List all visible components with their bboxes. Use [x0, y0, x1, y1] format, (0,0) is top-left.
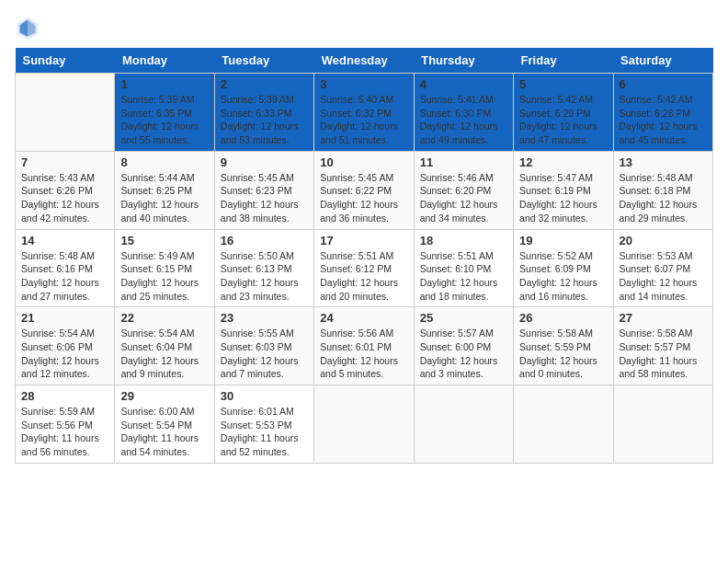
date-number: 26	[519, 311, 607, 325]
cell-info: Sunrise: 5:58 AMSunset: 5:57 PMDaylight:…	[620, 327, 707, 381]
calendar-cell: 25 Sunrise: 5:57 AMSunset: 6:00 PMDaylig…	[414, 307, 513, 385]
date-number: 3	[320, 77, 407, 91]
date-number: 10	[320, 155, 407, 169]
calendar-cell: 11 Sunrise: 5:46 AMSunset: 6:20 PMDaylig…	[414, 151, 513, 229]
calendar-cell: 13 Sunrise: 5:48 AMSunset: 6:18 PMDaylig…	[613, 151, 712, 229]
calendar-cell: 21 Sunrise: 5:54 AMSunset: 6:06 PMDaylig…	[16, 307, 115, 385]
cell-info: Sunrise: 5:48 AMSunset: 6:16 PMDaylight:…	[21, 249, 108, 304]
logo-icon	[15, 15, 40, 40]
cell-info: Sunrise: 5:57 AMSunset: 6:00 PMDaylight:…	[420, 327, 507, 381]
date-number: 30	[221, 389, 308, 403]
page-header	[15, 15, 713, 40]
day-header-wednesday: Wednesday	[314, 48, 414, 74]
calendar-cell	[314, 385, 414, 464]
calendar-cell: 14 Sunrise: 5:48 AMSunset: 6:16 PMDaylig…	[16, 229, 115, 307]
cell-info: Sunrise: 5:51 AMSunset: 6:12 PMDaylight:…	[320, 249, 407, 304]
calendar-cell	[514, 385, 613, 464]
date-number: 18	[420, 234, 507, 247]
cell-info: Sunrise: 5:58 AMSunset: 5:59 PMDaylight:…	[519, 327, 607, 381]
date-number: 19	[519, 234, 607, 247]
calendar-cell: 23 Sunrise: 5:55 AMSunset: 6:03 PMDaylig…	[214, 307, 313, 385]
day-header-sunday: Sunday	[16, 48, 115, 74]
calendar-cell: 1 Sunrise: 5:39 AMSunset: 6:35 PMDayligh…	[115, 74, 214, 152]
calendar-cell: 30 Sunrise: 6:01 AMSunset: 5:53 PMDaylig…	[214, 385, 313, 464]
date-number: 24	[320, 311, 407, 325]
cell-info: Sunrise: 5:47 AMSunset: 6:19 PMDaylight:…	[519, 171, 607, 225]
date-number: 6	[620, 77, 707, 91]
date-number: 27	[620, 311, 707, 325]
cell-info: Sunrise: 5:40 AMSunset: 6:32 PMDaylight:…	[320, 93, 407, 147]
cell-info: Sunrise: 6:00 AMSunset: 5:54 PMDaylight:…	[120, 405, 208, 459]
logo	[15, 15, 48, 40]
cell-info: Sunrise: 5:39 AMSunset: 6:35 PMDaylight:…	[120, 93, 208, 147]
date-number: 21	[21, 311, 108, 325]
date-number: 11	[420, 155, 507, 169]
cell-info: Sunrise: 6:01 AMSunset: 5:53 PMDaylight:…	[221, 405, 308, 459]
calendar-cell: 17 Sunrise: 5:51 AMSunset: 6:12 PMDaylig…	[314, 229, 414, 307]
week-row-5: 28 Sunrise: 5:59 AMSunset: 5:56 PMDaylig…	[16, 385, 713, 464]
calendar-cell: 5 Sunrise: 5:42 AMSunset: 6:29 PMDayligh…	[514, 74, 613, 152]
day-header-saturday: Saturday	[613, 48, 712, 74]
date-number: 5	[519, 77, 607, 91]
cell-info: Sunrise: 5:54 AMSunset: 6:04 PMDaylight:…	[120, 327, 208, 381]
cell-info: Sunrise: 5:56 AMSunset: 6:01 PMDaylight:…	[320, 327, 407, 381]
date-number: 12	[519, 155, 607, 169]
cell-info: Sunrise: 5:43 AMSunset: 6:26 PMDaylight:…	[21, 171, 108, 225]
calendar-cell: 3 Sunrise: 5:40 AMSunset: 6:32 PMDayligh…	[314, 74, 414, 152]
calendar-cell: 8 Sunrise: 5:44 AMSunset: 6:25 PMDayligh…	[115, 151, 214, 229]
day-header-friday: Friday	[514, 48, 613, 74]
date-number: 23	[221, 311, 308, 325]
date-number: 2	[221, 77, 308, 91]
cell-info: Sunrise: 5:49 AMSunset: 6:15 PMDaylight:…	[120, 249, 208, 304]
calendar-cell: 19 Sunrise: 5:52 AMSunset: 6:09 PMDaylig…	[514, 229, 613, 307]
date-number: 29	[120, 389, 208, 403]
calendar-cell: 20 Sunrise: 5:53 AMSunset: 6:07 PMDaylig…	[613, 229, 712, 307]
calendar-cell	[16, 74, 115, 152]
calendar-cell: 18 Sunrise: 5:51 AMSunset: 6:10 PMDaylig…	[414, 229, 513, 307]
calendar-cell: 29 Sunrise: 6:00 AMSunset: 5:54 PMDaylig…	[115, 385, 214, 464]
cell-info: Sunrise: 5:59 AMSunset: 5:56 PMDaylight:…	[21, 405, 108, 459]
cell-info: Sunrise: 5:42 AMSunset: 6:28 PMDaylight:…	[620, 93, 707, 147]
date-number: 15	[120, 234, 208, 247]
calendar-cell: 7 Sunrise: 5:43 AMSunset: 6:26 PMDayligh…	[16, 151, 115, 229]
date-number: 9	[221, 155, 308, 169]
date-number: 28	[21, 389, 108, 403]
week-row-2: 7 Sunrise: 5:43 AMSunset: 6:26 PMDayligh…	[16, 151, 713, 229]
calendar-cell: 4 Sunrise: 5:41 AMSunset: 6:30 PMDayligh…	[414, 74, 513, 152]
header-row: SundayMondayTuesdayWednesdayThursdayFrid…	[16, 48, 713, 74]
day-header-monday: Monday	[115, 48, 214, 74]
day-header-thursday: Thursday	[414, 48, 513, 74]
cell-info: Sunrise: 5:39 AMSunset: 6:33 PMDaylight:…	[221, 93, 308, 147]
date-number: 13	[620, 155, 707, 169]
calendar-cell: 10 Sunrise: 5:45 AMSunset: 6:22 PMDaylig…	[314, 151, 414, 229]
cell-info: Sunrise: 5:54 AMSunset: 6:06 PMDaylight:…	[21, 327, 108, 381]
calendar-cell: 22 Sunrise: 5:54 AMSunset: 6:04 PMDaylig…	[115, 307, 214, 385]
cell-info: Sunrise: 5:45 AMSunset: 6:23 PMDaylight:…	[221, 171, 308, 225]
date-number: 16	[221, 234, 308, 247]
cell-info: Sunrise: 5:46 AMSunset: 6:20 PMDaylight:…	[420, 171, 507, 225]
calendar-cell: 6 Sunrise: 5:42 AMSunset: 6:28 PMDayligh…	[613, 74, 712, 152]
date-number: 7	[21, 155, 108, 169]
date-number: 8	[120, 155, 208, 169]
calendar-cell: 9 Sunrise: 5:45 AMSunset: 6:23 PMDayligh…	[214, 151, 313, 229]
calendar-cell	[613, 385, 712, 464]
cell-info: Sunrise: 5:45 AMSunset: 6:22 PMDaylight:…	[320, 171, 407, 225]
cell-info: Sunrise: 5:42 AMSunset: 6:29 PMDaylight:…	[519, 93, 607, 147]
week-row-3: 14 Sunrise: 5:48 AMSunset: 6:16 PMDaylig…	[16, 229, 713, 307]
calendar-cell: 28 Sunrise: 5:59 AMSunset: 5:56 PMDaylig…	[16, 385, 115, 464]
date-number: 1	[120, 77, 208, 91]
cell-info: Sunrise: 5:50 AMSunset: 6:13 PMDaylight:…	[221, 249, 308, 304]
date-number: 14	[21, 234, 108, 247]
cell-info: Sunrise: 5:51 AMSunset: 6:10 PMDaylight:…	[420, 249, 507, 304]
date-number: 4	[420, 77, 507, 91]
date-number: 25	[420, 311, 507, 325]
date-number: 22	[120, 311, 208, 325]
cell-info: Sunrise: 5:48 AMSunset: 6:18 PMDaylight:…	[620, 171, 707, 225]
calendar-table: SundayMondayTuesdayWednesdayThursdayFrid…	[15, 48, 713, 464]
date-number: 17	[320, 234, 407, 247]
calendar-cell: 24 Sunrise: 5:56 AMSunset: 6:01 PMDaylig…	[314, 307, 414, 385]
calendar-cell: 16 Sunrise: 5:50 AMSunset: 6:13 PMDaylig…	[214, 229, 313, 307]
calendar-cell: 12 Sunrise: 5:47 AMSunset: 6:19 PMDaylig…	[514, 151, 613, 229]
cell-info: Sunrise: 5:41 AMSunset: 6:30 PMDaylight:…	[420, 93, 507, 147]
day-header-tuesday: Tuesday	[214, 48, 313, 74]
